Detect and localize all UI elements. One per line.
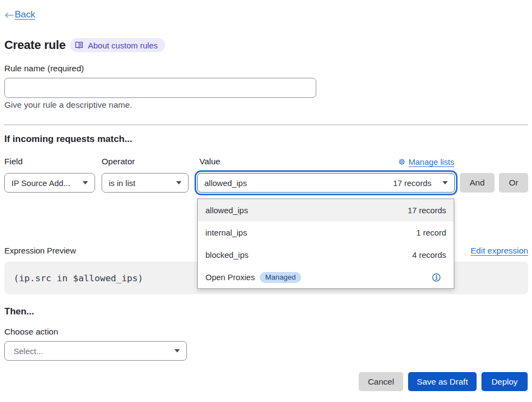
rule-name-label: Rule name (required) (4, 64, 84, 73)
or-button[interactable]: Or (499, 173, 528, 193)
book-icon (75, 41, 83, 49)
operator-select-value: is in list (109, 178, 135, 188)
manage-lists-link[interactable]: Manage lists (398, 157, 454, 166)
cancel-button[interactable]: Cancel (359, 372, 403, 391)
action-select[interactable]: Select... (4, 341, 187, 361)
chevron-down-icon (442, 181, 448, 184)
list-option-name: blocked_ips (205, 250, 248, 259)
rule-name-helper: Give your rule a descriptive name. (4, 100, 132, 110)
back-link[interactable]: Back (4, 9, 35, 20)
then-section-heading: Then... (4, 306, 34, 317)
match-section-heading: If incoming requests match... (4, 134, 132, 145)
about-badge-label: About custom rules (88, 41, 158, 50)
create-rule-page: Back Create rule About custom rules Rule… (0, 0, 532, 402)
list-option-internal-ips[interactable]: internal_ips 1 record (198, 221, 454, 244)
gear-icon (398, 158, 405, 165)
deploy-button[interactable]: Deploy (481, 372, 528, 391)
and-button[interactable]: And (460, 173, 495, 193)
manage-lists-label: Manage lists (409, 157, 454, 166)
operator-select[interactable]: is in list (102, 173, 189, 193)
edit-expression-link[interactable]: Edit expression (471, 246, 528, 256)
managed-badge: Managed (260, 272, 301, 283)
value-label: Value (199, 157, 221, 166)
chevron-down-icon (176, 181, 181, 184)
list-option-allowed-ips[interactable]: allowed_ips 17 records (198, 199, 454, 221)
expression-preview-label: Expression Preview (4, 246, 76, 255)
list-option-name: Open Proxies (205, 273, 255, 282)
chevron-down-icon (174, 349, 180, 352)
title-row: Create rule About custom rules (4, 38, 165, 52)
operator-label: Operator (102, 157, 135, 166)
field-select-value: IP Source Add... (11, 178, 70, 188)
page-title: Create rule (4, 38, 66, 52)
info-icon[interactable] (432, 273, 441, 282)
save-as-draft-button[interactable]: Save as Draft (408, 372, 477, 391)
list-option-name: internal_ips (205, 228, 247, 237)
list-dropdown-menu: allowed_ips 17 records internal_ips 1 re… (197, 199, 454, 289)
list-option-records: 17 records (408, 206, 446, 215)
about-custom-rules-badge[interactable]: About custom rules (70, 38, 165, 52)
value-select-records: 17 records (393, 178, 431, 188)
expression-code: (ip.src in $allowed_ips) (14, 273, 143, 283)
list-option-name: allowed_ips (205, 206, 248, 215)
chevron-down-icon (83, 181, 88, 184)
field-label: Field (4, 157, 23, 166)
value-select-value: allowed_ips (204, 178, 247, 188)
section-divider (4, 125, 528, 125)
list-option-records: 1 record (416, 228, 446, 237)
list-option-open-proxies[interactable]: Open Proxies Managed (198, 266, 454, 288)
action-select-placeholder: Select... (14, 347, 43, 356)
list-option-records: 4 records (412, 250, 446, 259)
back-arrow-icon (4, 12, 14, 18)
choose-action-label: Choose action (4, 327, 58, 337)
rule-name-input[interactable] (4, 78, 316, 98)
field-select[interactable]: IP Source Add... (4, 173, 95, 193)
list-option-blocked-ips[interactable]: blocked_ips 4 records (198, 244, 454, 266)
back-label: Back (15, 9, 35, 20)
value-select[interactable]: allowed_ips 17 records (197, 173, 455, 193)
